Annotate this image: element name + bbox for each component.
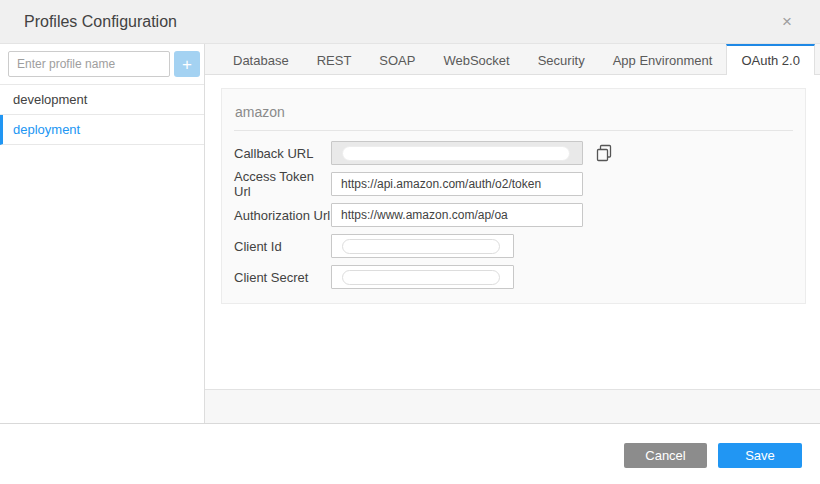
dialog-action-bar: Cancel Save <box>0 424 820 484</box>
tab-panel-footer-strip <box>205 389 820 423</box>
authorization-url-input[interactable] <box>331 203 583 227</box>
authorization-url-row: Authorization Url <box>234 203 793 227</box>
access-token-url-row: Access Token Url <box>234 172 793 196</box>
callback-url-field[interactable] <box>331 141 583 165</box>
profiles-configuration-dialog: Profiles Configuration × + development d… <box>0 0 820 484</box>
tab-soap[interactable]: SOAP <box>365 44 429 74</box>
access-token-url-label: Access Token Url <box>234 169 331 199</box>
tab-oauth-2-0[interactable]: OAuth 2.0 <box>726 44 815 75</box>
authorization-url-label: Authorization Url <box>234 208 331 223</box>
copy-button[interactable] <box>596 144 614 162</box>
client-secret-label: Client Secret <box>234 270 331 285</box>
redacted-value <box>342 239 500 254</box>
tab-bar: Database REST SOAP WebSocket Security Ap… <box>205 44 820 75</box>
profiles-sidebar: + development deployment <box>0 44 205 423</box>
profile-input-row: + <box>0 44 204 84</box>
tab-security[interactable]: Security <box>524 44 599 74</box>
cancel-button[interactable]: Cancel <box>624 443 707 468</box>
callback-url-row: Callback URL <box>234 141 793 165</box>
profile-list: development deployment <box>0 84 204 145</box>
profile-item-deployment[interactable]: deployment <box>0 115 204 145</box>
client-id-label: Client Id <box>234 239 331 254</box>
redacted-value <box>342 146 570 161</box>
tab-websocket[interactable]: WebSocket <box>429 44 523 74</box>
client-id-row: Client Id <box>234 234 793 258</box>
add-profile-button[interactable]: + <box>174 51 200 77</box>
dialog-header: Profiles Configuration × <box>0 0 820 44</box>
profile-item-development[interactable]: development <box>0 85 204 115</box>
save-button[interactable]: Save <box>718 443 802 468</box>
section-divider <box>234 130 793 131</box>
client-secret-field[interactable] <box>331 265 514 289</box>
tab-app-environment[interactable]: App Environment <box>599 44 727 74</box>
client-id-field[interactable] <box>331 234 514 258</box>
close-icon[interactable]: × <box>778 11 796 32</box>
redacted-value <box>342 270 500 285</box>
amazon-settings-panel: amazon Callback URL <box>221 88 806 304</box>
access-token-url-input[interactable] <box>331 172 583 196</box>
client-secret-row: Client Secret <box>234 265 793 289</box>
dialog-title: Profiles Configuration <box>24 13 177 31</box>
profile-name-input[interactable] <box>8 51 170 77</box>
profile-item-label: deployment <box>13 122 80 137</box>
dialog-body: + development deployment Database REST S… <box>0 44 820 424</box>
tab-rest[interactable]: REST <box>303 44 366 74</box>
callback-url-label: Callback URL <box>234 146 331 161</box>
copy-icon <box>596 144 614 162</box>
profile-item-label: development <box>13 92 87 107</box>
tab-database[interactable]: Database <box>219 44 303 74</box>
section-title: amazon <box>234 89 793 130</box>
oauth-tab-panel: amazon Callback URL <box>205 75 820 389</box>
tab-content-column: Database REST SOAP WebSocket Security Ap… <box>205 44 820 423</box>
